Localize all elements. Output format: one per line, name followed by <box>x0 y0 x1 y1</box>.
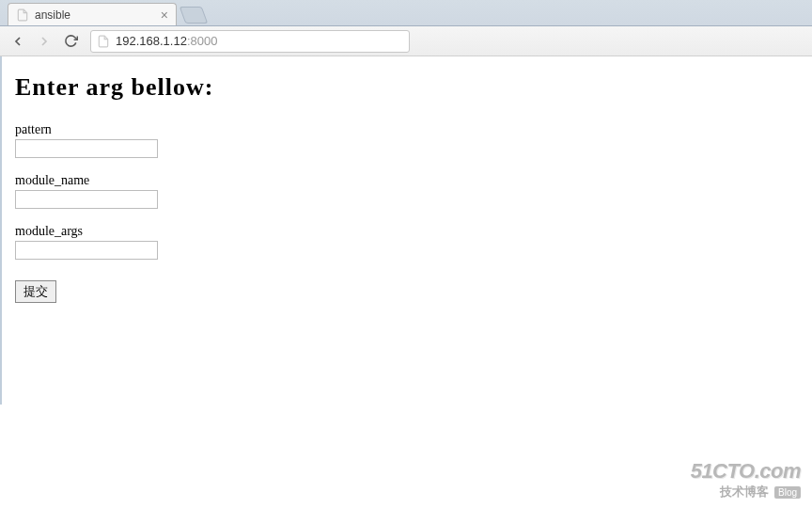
field-pattern: pattern <box>15 122 799 158</box>
new-tab-button[interactable] <box>180 7 209 24</box>
submit-row: 提交 <box>15 280 799 303</box>
input-module-args[interactable] <box>15 241 158 260</box>
label-module-name: module_name <box>15 173 799 188</box>
address-bar[interactable]: 192.168.1.12:8000 <box>90 30 410 53</box>
field-module-args: module_args <box>15 224 799 260</box>
input-pattern[interactable] <box>15 139 158 158</box>
page-content: Enter arg bellow: pattern module_name mo… <box>0 56 812 405</box>
tab-title: ansible <box>35 8 70 22</box>
url-port: :8000 <box>187 34 218 48</box>
watermark-tagline: 技术博客 Blog <box>691 484 801 500</box>
page-heading: Enter arg bellow: <box>15 73 799 102</box>
label-pattern: pattern <box>15 122 799 137</box>
watermark: 51CTO.com 技术博客 Blog <box>691 459 801 500</box>
label-module-args: module_args <box>15 224 799 239</box>
field-module-name: module_name <box>15 173 799 209</box>
file-icon <box>97 35 110 48</box>
back-button[interactable] <box>8 31 28 52</box>
forward-button[interactable] <box>34 31 55 52</box>
watermark-site: 51CTO.com <box>691 459 801 484</box>
page-icon <box>16 8 29 22</box>
reload-button[interactable] <box>60 31 81 52</box>
watermark-badge: Blog <box>774 486 801 499</box>
browser-tab[interactable]: ansible × <box>8 3 177 25</box>
url-host: 192.168.1.12 <box>116 34 187 48</box>
browser-tab-strip: ansible × <box>0 0 812 26</box>
close-tab-icon[interactable]: × <box>161 8 168 23</box>
input-module-name[interactable] <box>15 190 158 209</box>
browser-toolbar: 192.168.1.12:8000 <box>0 26 812 56</box>
submit-button[interactable]: 提交 <box>15 280 56 303</box>
